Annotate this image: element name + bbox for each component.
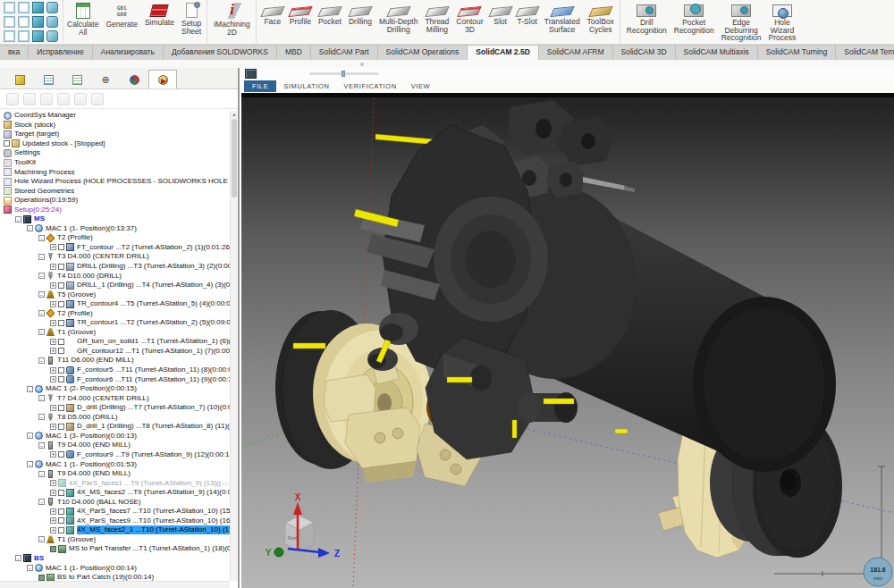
tree-row[interactable]: + D_drill_1 (Drilling) ...T8 (Turret-ASt… [0,422,230,432]
expander-icon[interactable]: + [50,282,56,289]
feature-manager-tab-icon[interactable] [34,70,63,88]
property-manager-tab-icon[interactable] [63,70,91,88]
expander-icon[interactable]: + [50,339,56,345]
solidcam-manager-tab-icon[interactable] [148,70,177,88]
operation-checkbox[interactable] [58,490,64,496]
operation-checkbox[interactable] [58,451,64,458]
machine-simulation-scene[interactable]: 181.6 mm Front X Z Y [241,93,894,588]
operation-checkbox[interactable] [4,140,10,147]
tree-row[interactable]: Updated stock - [Stopped] [0,139,230,149]
translated-surface-button[interactable]: Translated Surface [541,0,584,44]
simulate-button[interactable]: Simulate [141,0,178,44]
tree-row[interactable]: - T1 (Groove) [0,535,230,545]
view-cube-icon[interactable] [4,2,15,13]
tree-scrollbar[interactable]: ▲ [230,111,238,581]
tree-row[interactable]: + GR_contour12 ...T1 (Turret-AStation_1)… [0,347,230,357]
tree-row[interactable]: + 4X_ParS_faces7 ...T10 (Turret-AStation… [0,507,230,517]
expander-icon[interactable]: - [27,225,33,231]
drill-recognition-button[interactable]: Drill Recognition [620,0,670,44]
tab-solidcam-turning[interactable]: SolidCAM Turning [758,46,837,60]
tree-row[interactable]: + 4X_MS_faces2 ...T9 (Turret-AStation_9)… [0,488,230,498]
operation-checkbox[interactable] [58,339,64,345]
multi-depth-drilling-button[interactable]: Multi-Depth Drilling [375,0,421,44]
imachining-2d-button[interactable]: iMachining 2D [207,0,254,44]
tree-row[interactable]: - MAC 1 (1- Position)(0:01:53) [0,459,230,469]
tree-row[interactable]: + D_drill (Drilling) ...T7 (Turret-AStat… [0,403,230,413]
t-slot-button[interactable]: T-Slot [514,0,541,44]
expander-icon[interactable]: - [27,565,33,571]
toolbox-cycles-button[interactable]: ToolBox Cycles [584,0,618,44]
tree-row[interactable]: - T2 (Profile) [0,308,230,318]
tree-row[interactable]: - T7 D4.000 (CENTER DRILL) [0,393,230,403]
expander-icon[interactable]: - [38,291,45,298]
generate-button[interactable]: Generate [102,0,140,44]
tree-row[interactable]: + GR_turn_on_solid1 ...T1 (Turret-AStati… [0,337,230,347]
view-cube-face-icon[interactable] [4,30,15,42]
expander-icon[interactable]: + [50,301,56,307]
tab-mbd[interactable]: MBD [277,46,311,60]
stock-view-icon[interactable] [46,16,58,28]
operation-checkbox[interactable] [58,405,64,411]
tree-row[interactable]: + DRILL (Drilling) ...T3 (Turret-AStatio… [0,262,230,272]
face-button[interactable]: Face [256,0,286,44]
expander-icon[interactable]: + [50,424,56,430]
file-menu[interactable]: FILE [244,80,276,92]
expander-icon[interactable]: + [50,451,56,458]
view-cube-icon[interactable] [4,16,15,28]
operation-checkbox[interactable] [50,546,56,552]
tree-row[interactable]: + TR_contour1 ...T2 (Turret-AStation_2) … [0,318,230,328]
expander-icon[interactable]: - [38,471,45,477]
pocket-recognition-button[interactable]: Pocket Recognition [670,0,718,44]
tree-row[interactable]: MS to Part Transfer ...T1 (Turret-AStati… [0,544,230,554]
expander-icon[interactable]: - [15,216,21,223]
thread-milling-button[interactable]: Thread Milling [421,0,452,44]
slot-button[interactable]: Slot [487,0,514,44]
operation-checkbox[interactable] [58,367,64,374]
tree-row[interactable]: CoordSys Manager [0,111,230,121]
expander-icon[interactable]: - [38,329,45,335]
expander-icon[interactable]: - [38,414,45,420]
drilling-button[interactable]: Drilling [345,0,375,44]
display-manager-tab-icon[interactable] [120,70,148,88]
part-manager-tab-icon[interactable] [5,70,34,88]
expander-icon[interactable]: + [50,405,56,411]
tab-analyze[interactable]: Анализировать [93,46,164,60]
tab-repair[interactable]: Исправление [29,46,93,60]
expander-icon[interactable]: + [50,527,56,533]
tree-row[interactable]: + F_contour9 ...T9 (Turret-AStation_9) (… [0,450,230,460]
coordsys-view-icon[interactable] [46,30,58,42]
expander-icon[interactable]: + [50,480,56,486]
view-cube-face-icon[interactable] [18,30,30,42]
tab-solidcam-3d[interactable]: SolidCAM 3D [613,46,676,60]
tree-row[interactable]: - T5 (Groove) [0,290,230,299]
expander-icon[interactable]: - [38,395,45,401]
tree-row[interactable]: BS to Part Catch (19)(0:00:14) [0,573,230,581]
operation-checkbox[interactable] [58,301,64,307]
expander-icon[interactable]: - [27,386,33,392]
pocket-button[interactable]: Pocket [315,0,345,44]
operation-checkbox[interactable] [58,517,64,524]
tree-row[interactable]: + 4X_ParS_faces9 ...T10 (Turret-AStation… [0,517,230,526]
expander-icon[interactable]: - [38,254,45,260]
simulator-machine-icon[interactable] [245,69,257,79]
expander-icon[interactable]: - [38,273,45,279]
expander-icon[interactable]: - [38,235,45,241]
simulation-menu[interactable]: SIMULATION [276,80,336,92]
expander-icon[interactable]: - [38,499,45,505]
tab-solidcam-multiaxis[interactable]: SolidCAM Multiaxis [676,46,758,60]
open-icon[interactable] [23,93,36,105]
tree-row[interactable]: Target (target) [0,130,230,139]
tree-row[interactable]: - MAC 1 (3- Position)(0:00:13) [0,432,230,441]
calculate-all-button[interactable]: Calculate All [63,0,102,44]
scroll-up-icon[interactable]: ▲ [231,111,238,118]
expander-icon[interactable]: + [50,320,56,326]
tree-row[interactable]: - MAC 1 (1- Position)(0:00:14) [0,563,230,573]
expander-icon[interactable]: - [38,442,45,449]
tab-solidcam-afrm[interactable]: SolidCAM AFRM [539,46,613,60]
expander-icon[interactable]: - [27,461,33,467]
tree-row[interactable]: - T3 D4.000 (CENTER DRILL) [0,252,230,262]
setup-sheet-button[interactable]: Setup Sheet [178,0,205,44]
operation-checkbox[interactable] [58,508,64,515]
scrollbar-thumb[interactable] [232,119,237,197]
view-menu[interactable]: VIEW [404,80,438,92]
